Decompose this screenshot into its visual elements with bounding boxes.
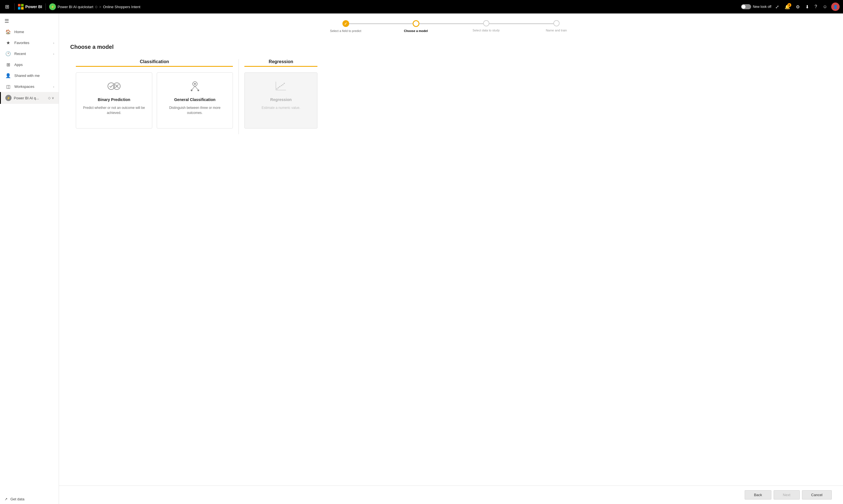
regression-name: Regression [270,97,292,102]
sidebar: ☰ 🏠 Home ★ Favorites › 🕐 Recent › ⊞ Apps… [0,14,59,504]
breadcrumb-page: Online Shoppers Intent [103,5,140,9]
get-data-label: Get data [11,497,24,501]
workspace-name: Power BI AI q... [14,96,46,100]
microsoft-label: Power BI [25,4,42,9]
workspace-icon: ⚡ [49,3,56,10]
user-avatar[interactable]: 👤 [831,2,840,11]
main-layout: ☰ 🏠 Home ★ Favorites › 🕐 Recent › ⊞ Apps… [0,14,843,504]
workspaces-icon: ◫ [5,84,11,89]
svg-line-6 [192,86,195,90]
regression-icon [274,79,288,93]
step-label-4: Name and train [546,29,567,32]
ms-green [21,4,23,6]
stepper-track: ✓ Select a field to predict Choose a mod… [311,20,591,33]
sidebar-workspace-item[interactable]: ⚡ Power BI AI q... ◇ ∨ [0,92,59,104]
expand-icon[interactable]: ⤢ [774,2,781,11]
stepper: ✓ Select a field to predict Choose a mod… [59,14,843,37]
favorites-icon: ★ [5,40,11,46]
sidebar-item-apps[interactable]: ⊞ Apps [0,59,59,70]
sidebar-item-recent[interactable]: 🕐 Recent › [0,48,59,59]
apps-label: Apps [14,62,54,67]
nav-divider [14,3,15,10]
sidebar-item-home[interactable]: 🏠 Home [0,26,59,37]
general-classification-name: General Classification [174,97,216,102]
settings-icon[interactable]: ⚙ [794,2,802,11]
sidebar-item-workspaces[interactable]: ◫ Workspaces › [0,81,59,92]
workspace-circle: ⚡ [5,95,12,101]
chevron-right-icon: › [53,41,54,44]
step-name-train: Name and train [521,20,591,32]
regression-section: Regression [239,59,323,134]
footer: Back Next Cancel [59,485,843,504]
shared-icon: 👤 [5,73,11,78]
grid-icon[interactable]: ⊞ [3,2,11,12]
cancel-button[interactable]: Cancel [802,490,832,500]
workspaces-label: Workspaces [14,85,50,89]
sidebar-item-favorites[interactable]: ★ Favorites › [0,37,59,48]
svg-point-5 [194,83,196,85]
toggle-switch[interactable] [741,4,751,9]
ms-red [18,4,20,6]
binary-prediction-desc: Predict whether or not an outcome will b… [81,105,148,115]
diamond-icon[interactable]: ◇ [48,96,51,100]
top-navigation: ⊞ Power BI ⚡ Power BI AI quickstart ◇ > … [0,0,843,14]
step-circle-4 [553,20,560,26]
back-button[interactable]: Back [745,490,771,500]
regression-header: Regression [239,59,323,67]
breadcrumb-separator: > [99,5,101,9]
toggle-label: New look off [753,5,771,9]
sidebar-spacer [0,104,59,494]
sidebar-bottom: ↗ Get data [0,494,59,504]
home-icon: 🏠 [5,29,11,35]
ms-blue [18,7,20,10]
toggle-knob [742,5,745,9]
recent-icon: 🕐 [5,51,11,56]
step-choose-model: Choose a model [381,20,451,33]
svg-point-9 [197,90,199,91]
general-classification-desc: Distinguish between three or more outcom… [161,105,228,115]
microsoft-logo: Power BI [18,4,42,10]
new-look-toggle[interactable]: New look off [741,4,771,9]
regression-card: Regression Estimate a numeric value. [244,72,317,128]
svg-line-7 [195,86,198,90]
classification-title: Classification [70,59,239,64]
main-content: ✓ Select a field to predict Choose a mod… [59,14,843,504]
recent-label: Recent [14,52,50,56]
shared-label: Shared with me [14,73,54,78]
step-select-data: Select data to study [451,20,521,32]
topnav-right: New look off ⤢ 🔔 1 ⚙ ⬇ ? ☺ 👤 [741,2,840,11]
binary-prediction-name: Binary Prediction [98,97,130,102]
step-label-3: Select data to study [472,29,500,32]
nav-divider2 [46,3,46,10]
notification-badge: 1 [787,3,791,7]
binary-prediction-card[interactable]: Binary Prediction Predict whether or not… [76,72,152,128]
smiley-icon[interactable]: ☺ [821,2,829,11]
sidebar-toggle[interactable]: ☰ [0,16,59,26]
get-data-button[interactable]: ↗ Get data [4,497,54,501]
next-button[interactable]: Next [774,490,800,500]
svg-point-8 [191,90,192,91]
chevron-right-icon: › [53,52,54,56]
step-circle-1: ✓ [342,20,349,27]
download-icon[interactable]: ⬇ [804,2,811,11]
home-label: Home [14,30,54,34]
regression-title: Regression [239,59,323,64]
classification-cards: Binary Prediction Predict whether or not… [70,67,239,134]
page-title: Choose a model [70,44,832,50]
step-circle-3 [483,20,489,26]
bell-icon[interactable]: 🔔 1 [783,2,792,11]
step-select-field: ✓ Select a field to predict [311,20,381,33]
binary-prediction-icon [107,79,121,93]
regression-cards: Regression Estimate a numeric value. [239,67,323,134]
ms-logo-squares [18,4,23,10]
chevron-down-icon[interactable]: ∨ [52,96,54,100]
svg-line-18 [276,83,285,89]
step-circle-2 [413,20,419,27]
breadcrumb-workspace[interactable]: Power BI AI quickstart [57,5,93,9]
favorites-label: Favorites [14,41,50,45]
sidebar-item-shared[interactable]: 👤 Shared with me [0,70,59,81]
help-icon[interactable]: ? [813,2,819,11]
get-data-icon: ↗ [4,497,7,501]
classification-header: Classification [70,59,239,67]
general-classification-card[interactable]: General Classification Distinguish betwe… [157,72,233,128]
